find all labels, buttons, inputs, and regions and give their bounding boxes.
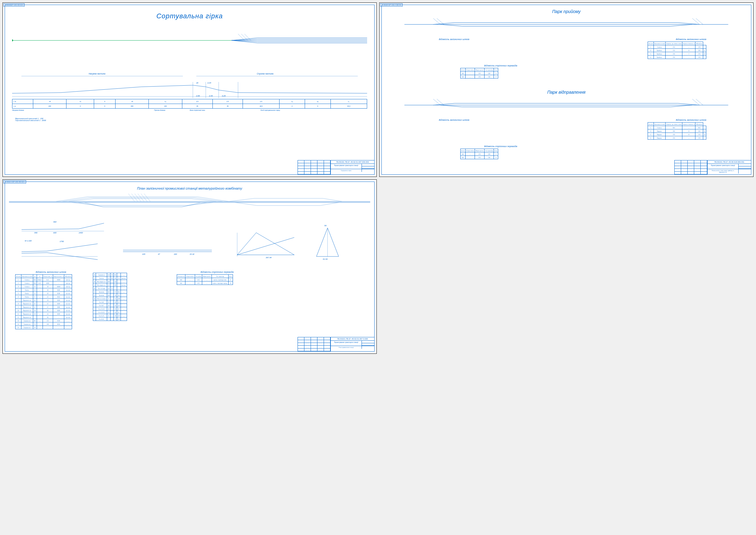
- svg-line-75: [320, 202, 339, 206]
- departure-park-scheme: [405, 99, 728, 112]
- svg-line-1: [232, 38, 257, 40]
- receiving-park-title: Парк прийому: [379, 9, 753, 14]
- svg-line-64: [78, 202, 100, 206]
- svg-line-32: [440, 24, 462, 26]
- svg-line-13: [244, 34, 251, 40]
- section-labels: Насувна частина Спускна частина: [21, 71, 358, 78]
- svg-line-40: [433, 103, 455, 105]
- svg-line-37: [692, 18, 700, 24]
- departure-tracks-table: № коліїПризначення коліїСтрілки, що обме…: [648, 122, 706, 140]
- svg-line-43: [440, 105, 462, 107]
- svg-text:91.94: 91.94: [323, 258, 328, 260]
- svg-text:2,24: 2,24: [207, 82, 212, 84]
- svg-line-52: [56, 197, 88, 201]
- detail-drawings: 960 990 600 1400 M 1:100 1750 105 47 100…: [15, 220, 364, 265]
- svg-line-61: [72, 202, 97, 205]
- svg-text:47: 47: [158, 253, 160, 255]
- sheet-title: План залізничної промислової станції мет…: [3, 186, 377, 190]
- svg-text:18: 18: [196, 82, 198, 84]
- svg-line-34: [671, 24, 692, 26]
- sheet-parks: 00.80180.027~246.4.390.9% Парк прийому В…: [379, 3, 753, 177]
- svg-line-31: [678, 23, 700, 24]
- svg-text:357.94: 357.94: [265, 256, 271, 259]
- station-switches-table: ПозначенняСторонністьТип рейокМарка хрес…: [177, 274, 233, 285]
- svg-text:100: 100: [174, 253, 177, 255]
- svg-line-46: [433, 99, 440, 105]
- svg-line-2: [232, 39, 257, 40]
- svg-line-36: [437, 18, 444, 24]
- sheet-sorting-hill: 0009080227~240.400-81% Сортувальна гірка: [3, 3, 377, 177]
- svg-line-80: [141, 194, 147, 201]
- svg-line-35: [433, 18, 440, 24]
- departure-switches-table: № з/пСторонністьМарка хрест.Тип переводу…: [460, 149, 498, 159]
- receiving-park-scheme: [405, 18, 728, 31]
- svg-line-38: [696, 18, 703, 24]
- station-plan-drawing: [9, 192, 370, 211]
- horiz-scale: Горизонтальний масштаб 1 : 2000: [15, 120, 46, 121]
- svg-line-69: [182, 202, 201, 207]
- svg-line-96: [237, 238, 294, 255]
- sheet-station-plan: 00.8018.0.027~240.400-81% План залізничн…: [3, 179, 377, 354]
- svg-text:1400: 1400: [78, 232, 83, 234]
- title-block: П6.50101.7В.67–40.00.018.009.001 Проекту…: [674, 160, 751, 175]
- svg-line-77: [131, 194, 137, 201]
- svg-line-47: [437, 99, 444, 105]
- svg-line-67: [84, 202, 104, 207]
- svg-text:Насувна частина: Насувна частина: [89, 72, 106, 75]
- svg-text:960: 960: [53, 221, 57, 223]
- svg-line-81: [144, 194, 150, 201]
- station-tracks-table-2: 16Сортування11470102––17Головна112689894…: [93, 273, 127, 321]
- svg-line-4: [232, 40, 257, 42]
- svg-line-63: [188, 202, 213, 205]
- svg-text:M 1:100: M 1:100: [25, 239, 32, 242]
- svg-line-54: [197, 197, 229, 201]
- svg-text:600: 600: [53, 232, 57, 234]
- svg-line-66: [185, 202, 207, 206]
- svg-line-78: [135, 194, 141, 201]
- svg-line-55: [62, 198, 91, 201]
- svg-line-57: [195, 198, 223, 201]
- svg-line-48: [692, 99, 700, 105]
- svg-line-42: [678, 103, 700, 105]
- svg-line-76: [128, 194, 135, 201]
- sheet-title: Сортувальна гірка: [3, 12, 377, 20]
- station-tracks-table-1: № коліїПризначення коліївіддоПовна довж.…: [15, 274, 72, 329]
- svg-text:Спускна частина: Спускна частина: [257, 72, 274, 75]
- svg-text:2,85: 2,85: [196, 95, 200, 97]
- svg-text:15.32: 15.32: [190, 253, 195, 255]
- receiving-tracks-table2: № коліїПризначення коліїСтрілки, що обме…: [648, 42, 706, 59]
- svg-point-14: [12, 40, 13, 41]
- svg-text:0,25: 0,25: [222, 95, 226, 97]
- svg-text:1750: 1750: [60, 240, 64, 242]
- svg-line-45: [671, 105, 692, 107]
- file-tag: 0009080227~240.400-81%: [3, 3, 24, 7]
- receiving-switches-table: № з/пСторонністьМарка хрест.Тип переводу…: [460, 68, 498, 78]
- profile-table: i, ‰+8+10+8L₁2,52,52,5L₂L₃L₅ l, м2403040…: [12, 99, 367, 109]
- svg-line-5: [232, 40, 257, 43]
- svg-line-29: [433, 23, 455, 24]
- title-block: П6.50101.7В.67–40.02.01.007.009.003 Прое…: [298, 160, 375, 175]
- svg-text:990: 990: [34, 232, 38, 234]
- file-tag: 00.8018.0.027~240.400-81%: [3, 180, 26, 183]
- file-tag: 00.80180.027~246.4.390.9%: [380, 3, 403, 7]
- svg-line-72: [323, 198, 342, 201]
- svg-text:105: 105: [142, 253, 145, 255]
- hill-plan-drawing: [12, 31, 367, 50]
- svg-line-79: [138, 194, 144, 201]
- title-block: П6.50101.7В.67–40.02.01.007.9.000 Проект…: [298, 337, 375, 352]
- svg-line-49: [696, 99, 703, 105]
- svg-text:2,55: 2,55: [209, 95, 213, 97]
- svg-line-73: [235, 202, 257, 206]
- svg-text:50: 50: [324, 224, 326, 227]
- hill-profile-drawing: 18 2,24 2,85 2,55 0,25: [12, 80, 367, 99]
- svg-line-70: [229, 198, 254, 201]
- departure-park-title: Парк відправлення: [379, 90, 753, 95]
